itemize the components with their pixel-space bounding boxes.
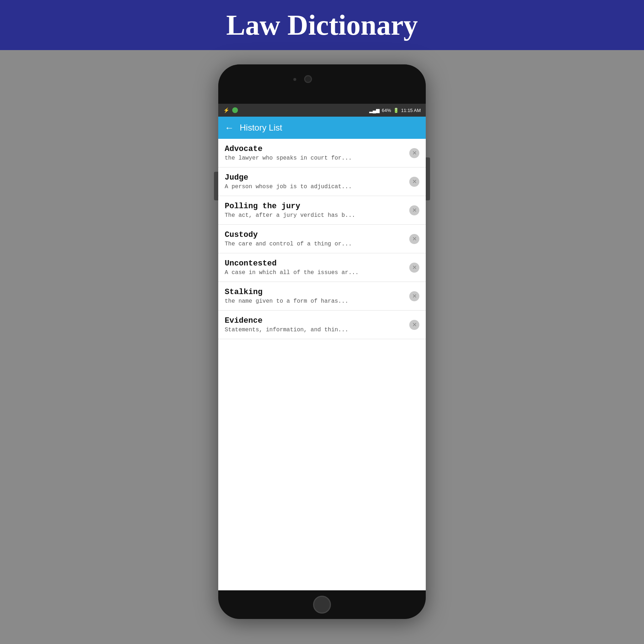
phone-camera [304,75,312,83]
top-banner: Law Dictionary [0,0,644,50]
home-button[interactable] [313,596,331,614]
battery-level: 64% [382,108,391,113]
list-item-definition: the lawyer who speaks in court for... [225,155,406,161]
list-item-content: JudgeA person whose job is to adjudicat.… [225,173,406,190]
list-item-term: Uncontested [225,259,406,268]
app-bar-title: History List [240,123,282,133]
time-display: 11:15 AM [401,108,421,113]
list-item-content: EvidenceStatements, information, and thi… [225,316,406,333]
list-item-close-button[interactable]: ✕ [409,234,419,244]
list-item[interactable]: EvidenceStatements, information, and thi… [218,311,426,339]
list-item-close-button[interactable]: ✕ [409,263,419,273]
list-item-term: Custody [225,230,406,239]
list-item-term: Evidence [225,316,406,325]
phone-bottom [218,590,426,619]
location-icon [232,107,238,113]
phone-side-button-right [426,157,430,200]
signal-icon: ▂▄▆ [369,108,380,113]
list-item-definition: Statements, information, and thin... [225,327,406,333]
app-bar: ← History List [218,117,426,139]
list-item-content: UncontestedA case in which all of the is… [225,259,406,276]
usb-icon: ⚡ [223,107,229,113]
status-bar-left: ⚡ [223,107,238,113]
banner-title: Law Dictionary [226,9,418,42]
history-list[interactable]: Advocatethe lawyer who speaks in court f… [218,139,426,590]
back-button[interactable]: ← [225,122,234,133]
list-item-content: CustodyThe care and control of a thing o… [225,230,406,247]
list-item-term: Judge [225,173,406,182]
list-item-definition: A person whose job is to adjudicat... [225,184,406,190]
list-item[interactable]: Advocatethe lawyer who speaks in court f… [218,139,426,167]
list-item-close-button[interactable]: ✕ [409,205,419,215]
list-item-term: Polling the jury [225,202,406,211]
list-item-content: Polling the juryThe act, after a jury ve… [225,202,406,219]
phone-frame: ⚡ ▂▄▆ 64% 🔋 11:15 AM ← History List [218,64,426,619]
list-item-definition: The care and control of a thing or... [225,241,406,247]
list-item-definition: The act, after a jury verdict has b... [225,212,406,219]
battery-icon: 🔋 [393,108,399,113]
list-item[interactable]: UncontestedA case in which all of the is… [218,253,426,282]
phone-speaker [293,78,296,81]
list-item-close-button[interactable]: ✕ [409,177,419,187]
list-item-close-button[interactable]: ✕ [409,148,419,158]
list-item-definition: the name given to a form of haras... [225,298,406,304]
list-item[interactable]: JudgeA person whose job is to adjudicat.… [218,167,426,196]
list-item[interactable]: CustodyThe care and control of a thing o… [218,225,426,253]
list-item-content: Advocatethe lawyer who speaks in court f… [225,145,406,161]
list-item[interactable]: Polling the juryThe act, after a jury ve… [218,196,426,225]
list-item-term: Stalking [225,288,406,297]
list-item-content: Stalkingthe name given to a form of hara… [225,288,406,304]
list-item[interactable]: Stalkingthe name given to a form of hara… [218,282,426,311]
status-bar-right: ▂▄▆ 64% 🔋 11:15 AM [369,108,421,113]
list-item-definition: A case in which all of the issues ar... [225,269,406,276]
list-item-close-button[interactable]: ✕ [409,320,419,330]
phone-top [218,64,426,104]
list-item-term: Advocate [225,145,406,153]
background-area: ⚡ ▂▄▆ 64% 🔋 11:15 AM ← History List [0,50,644,644]
phone-side-button-left [214,172,218,200]
phone-screen: ⚡ ▂▄▆ 64% 🔋 11:15 AM ← History List [218,104,426,590]
list-item-close-button[interactable]: ✕ [409,291,419,301]
status-bar: ⚡ ▂▄▆ 64% 🔋 11:15 AM [218,104,426,117]
